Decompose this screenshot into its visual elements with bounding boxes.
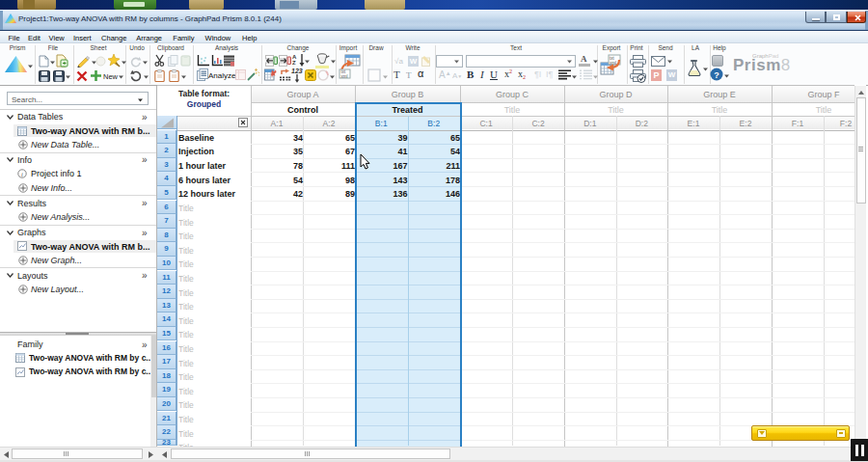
svg-text:i: i [21, 171, 23, 177]
svg-text:?: ? [714, 70, 719, 80]
